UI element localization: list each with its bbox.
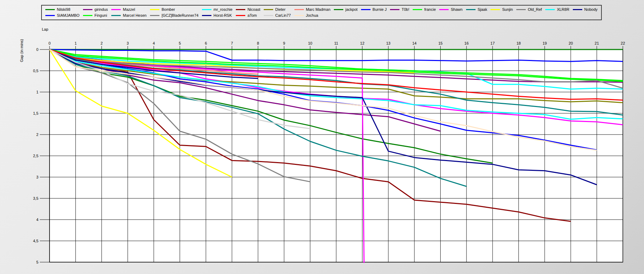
x-tick-label: 11 [334, 41, 338, 45]
gap-chart-svg: 01234567891011121314151617181920212200,5… [0, 0, 644, 274]
x-tick-label: 20 [569, 41, 573, 45]
x-tick-label: 4 [153, 41, 155, 45]
x-tick-label: 6 [205, 41, 207, 45]
x-tick-label: 18 [516, 41, 521, 45]
x-tick-label: 21 [595, 41, 599, 45]
y-tick-label: 3,5 [33, 196, 38, 200]
x-tick-label: 1 [75, 41, 77, 45]
x-tick-label: 5 [179, 41, 181, 45]
y-tick-label: 1,5 [33, 111, 38, 115]
x-tick-label: 3 [127, 41, 129, 45]
x-tick-label: 16 [464, 41, 469, 45]
x-tick-label: 7 [231, 41, 233, 45]
x-tick-label: 17 [491, 41, 495, 45]
y-tick-label: 4 [36, 218, 38, 222]
x-tick-label: 19 [542, 41, 547, 45]
y-tick-label: 3 [36, 175, 38, 179]
y-tick-label: 2 [36, 132, 38, 137]
x-tick-label: 15 [438, 41, 442, 45]
x-tick-label: 22 [621, 41, 625, 45]
x-tick-label: 14 [412, 41, 417, 45]
y-tick-label: 4,5 [33, 239, 38, 243]
x-tick-label: 12 [360, 41, 364, 45]
x-tick-label: 8 [257, 41, 259, 45]
x-tick-label: 9 [283, 41, 285, 45]
y-tick-label: 0 [36, 47, 38, 52]
y-tick-label: 5 [36, 260, 38, 264]
y-tick-label: 2,5 [33, 154, 38, 158]
x-tick-label: 2 [100, 41, 103, 45]
y-tick-label: 1 [36, 90, 38, 94]
x-tick-label: 10 [308, 41, 312, 45]
x-tick-label: 13 [386, 41, 390, 45]
y-tick-label: 0,5 [33, 69, 38, 73]
x-tick-label: 0 [48, 41, 51, 45]
